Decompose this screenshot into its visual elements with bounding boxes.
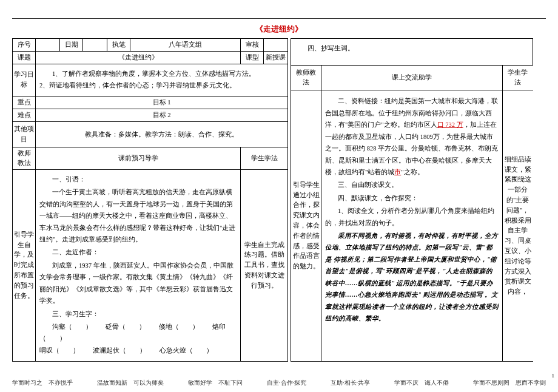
goals-row: 学习目标 1、了解作者观察事物的角度，掌握本文全方位、立体感地描写方法。 2、辩… — [13, 64, 288, 96]
intro-content: 一、引语： 一个生于黄土高坡，听听着高亢粗放的信天游，走在高原纵横交错的沟沟壑壑… — [36, 169, 241, 361]
type-val: 新授课 — [264, 51, 288, 64]
other-label: 其他项目 — [13, 121, 36, 147]
r-main-content: 二、资料链接：纽约是美国第一大城市和最大海港，联合国总部所在地。位于纽约州东南哈… — [321, 90, 503, 362]
date-val — [83, 39, 107, 52]
focus-label: 重点 — [13, 96, 36, 109]
focus-row: 重点 目标 1 — [13, 96, 288, 109]
footer-5: 互助·相长·共享 — [331, 379, 370, 387]
footer: 学而时习之 不亦悦乎 温故而知新 可以为师矣 敏而好学 不耻下问 自主·合作·探… — [12, 379, 546, 387]
writer-val: 八年语文组 — [130, 39, 241, 52]
review-val — [264, 39, 288, 52]
student-method-label: 学生学法 — [241, 147, 288, 170]
difficulty-row: 难点 目标 2 — [13, 109, 288, 122]
other-val: 教具准备：多媒体。教学方法：朗读、合作、探究。 — [36, 121, 288, 147]
right-top-row: 四、抄写生词。 — [291, 39, 533, 66]
r-teacher-label: 教师教法 — [291, 66, 321, 90]
header-row-1: 序号 日期 执笔 八年语文组 审核 — [13, 39, 288, 52]
method-header-row: 教师教法 课前预习导学 学生学法 — [13, 147, 288, 170]
seq-val — [36, 39, 60, 52]
review-label: 审核 — [241, 39, 264, 52]
r-student-label: 学生学法 — [503, 66, 533, 90]
page-number: 1 — [552, 373, 555, 379]
footer-6: 学而不厌 诲人不倦 — [394, 379, 449, 387]
seq-label: 序号 — [13, 39, 36, 52]
in-class-label: 课上交流助学 — [321, 66, 503, 90]
type-label: 课型 — [241, 51, 264, 64]
right-method-row: 教师教法 课上交流助学 学生学法 — [291, 66, 533, 90]
left-student-col: 学生自主完成练习题。借助工具书，查找资料对课文进行预习。 — [241, 169, 288, 361]
other-row: 其他项目 教具准备：多媒体。教学方法：朗读、合作、探究。 — [13, 121, 288, 147]
left-table: 序号 日期 执笔 八年语文组 审核 课题 《走进纽约》 课型 新授课 学习目标 … — [12, 38, 288, 362]
footer-4: 自主·合作·探究 — [267, 379, 306, 387]
footer-1: 学而时习之 不亦悦乎 — [12, 379, 73, 387]
content-row: 引导学生自学，及时完成所布置的预习任务。 一、引语： 一个生于黄土高坡，听听着高… — [13, 169, 288, 361]
right-content-row: 引导学生通过小组合作，探究课文内容，体会作者的情感，感受作品语言的魅力。 二、资… — [291, 90, 533, 362]
top-rule — [12, 18, 546, 19]
footer-3: 敏而好学 不耻下问 — [188, 379, 243, 387]
writer-label: 执笔 — [107, 39, 130, 52]
footer-2: 温故而知新 可以为师矣 — [97, 379, 164, 387]
header-row-2: 课题 《走进纽约》 课型 新授课 — [13, 51, 288, 64]
r-student-col: 细细品读课文，紧紧围绕这一部分的"主要问题"，积极采用自主学习、同桌互议、小组讨… — [503, 90, 533, 362]
main-layout: 序号 日期 执笔 八年语文组 审核 课题 《走进纽约》 课型 新授课 学习目标 … — [12, 38, 546, 362]
date-label: 日期 — [60, 39, 83, 52]
right-top-cell: 四、抄写生词。 — [291, 39, 533, 66]
teacher-method-label: 教师教法 — [13, 147, 36, 170]
goals-text: 1、了解作者观察事物的角度，掌握本文全方位、立体感地描写方法。 2、辩证地看待纽… — [36, 64, 288, 96]
footer-7: 学而不思则罔 思而不学则 — [473, 379, 546, 387]
left-teacher-col: 引导学生自学，及时完成所布置的预习任务。 — [13, 169, 36, 361]
r-teacher-col: 引导学生通过小组合作，探究课文内容，体会作者的情感，感受作品语言的魅力。 — [291, 90, 321, 362]
right-block: 四、抄写生词。 教师教法 课上交流助学 学生学法 引导学生通过小组合作，探究课文… — [291, 38, 533, 362]
goals-label: 学习目标 — [13, 64, 36, 96]
topic-label: 课题 — [13, 51, 36, 64]
left-block: 序号 日期 执笔 八年语文组 审核 课题 《走进纽约》 课型 新授课 学习目标 … — [12, 38, 288, 362]
focus-val: 目标 1 — [36, 96, 288, 109]
doc-title: 《走进纽约》 — [12, 24, 546, 35]
topic-val: 《走进纽约》 — [36, 51, 241, 64]
right-table: 四、抄写生词。 教师教法 课上交流助学 学生学法 引导学生通过小组合作，探究课文… — [291, 38, 533, 362]
difficulty-label: 难点 — [13, 109, 36, 122]
difficulty-val: 目标 2 — [36, 109, 288, 122]
pre-class-label: 课前预习导学 — [36, 147, 241, 170]
